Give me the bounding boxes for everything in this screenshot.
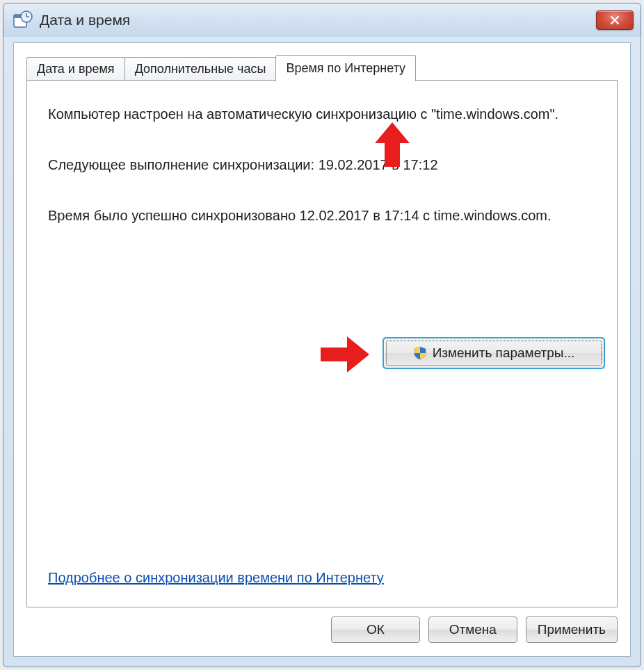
change-settings-label: Изменить параметры... xyxy=(433,345,575,361)
ok-button[interactable]: ОК xyxy=(331,616,420,643)
client-area: Дата и время Дополнительные часы Время п… xyxy=(13,42,631,657)
tab-row: Дата и время Дополнительные часы Время п… xyxy=(26,54,618,81)
tab-additional-clocks[interactable]: Дополнительные часы xyxy=(124,57,277,81)
button-bar: ОК Отмена Применить xyxy=(26,613,618,646)
arrow-right-icon xyxy=(321,336,369,373)
help-link[interactable]: Подробнее о синхронизации времени по Инт… xyxy=(48,570,384,586)
uac-shield-icon xyxy=(413,346,427,360)
close-icon xyxy=(609,15,620,26)
title-bar[interactable]: Дата и время xyxy=(3,3,641,37)
change-settings-button[interactable]: Изменить параметры... xyxy=(383,338,604,368)
cancel-button[interactable]: Отмена xyxy=(428,616,517,643)
apply-button[interactable]: Применить xyxy=(526,616,618,643)
window-title: Дата и время xyxy=(40,12,596,28)
tab-internet-time[interactable]: Время по Интернету xyxy=(275,55,416,81)
tab-date-time[interactable]: Дата и время xyxy=(26,57,125,81)
date-time-dialog: Дата и время Дата и время Дополнительные… xyxy=(3,3,641,667)
close-button[interactable] xyxy=(596,10,634,30)
sync-configured-text: Компьютер настроен на автоматическую син… xyxy=(48,104,596,124)
tab-content-internet-time: Компьютер настроен на автоматическую син… xyxy=(26,80,618,607)
last-sync-text: Время было успешно синхронизовано 12.02.… xyxy=(48,206,596,226)
arrow-up-icon xyxy=(375,122,410,167)
clock-calendar-icon xyxy=(13,10,33,30)
next-sync-text: Следующее выполнение синхронизации: 19.0… xyxy=(48,155,596,175)
